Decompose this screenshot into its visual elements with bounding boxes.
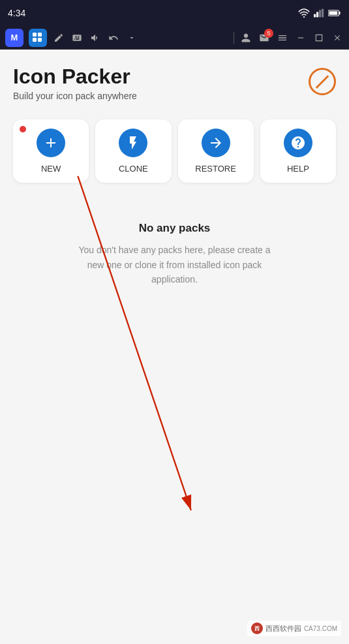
undo-icon[interactable] [107,31,120,44]
status-bar-left: 4:34 [8,8,25,18]
app-title: Icon Packer [13,65,137,88]
watermark-url: CA73.COM [304,625,337,632]
no-sign-icon[interactable] [309,68,336,95]
title-group: Icon Packer Build your icon pack anywher… [13,65,137,101]
watermark: 西 西西软件园 CA73.COM [247,621,341,636]
dropdown-icon[interactable] [125,31,138,44]
watermark-text: 西西软件园 [266,624,301,634]
taskbar-left: M [5,29,138,47]
restore-label: RESTORE [195,164,236,174]
menu-icon[interactable] [276,31,289,44]
empty-state: No any packs You don't have any packs he… [13,209,336,299]
action-card-new[interactable]: NEW [13,119,89,183]
app-m-icon[interactable]: M [5,29,23,47]
app-grid-icon[interactable] [29,29,47,47]
svg-point-0 [303,16,305,18]
no-sign-inner [316,75,329,89]
action-card-clone[interactable]: CLONE [95,119,171,183]
wifi-icon [298,8,310,18]
signal-icon [314,8,324,18]
clone-label: CLONE [119,164,148,174]
empty-title: No any packs [26,222,323,235]
divider [234,32,234,44]
keyboard-icon[interactable] [70,31,83,44]
svg-rect-6 [339,12,340,14]
svg-rect-10 [33,38,37,42]
battery-icon [328,9,341,17]
svg-rect-11 [38,38,42,42]
watermark-circle: 西 [251,622,263,634]
svg-rect-8 [33,33,37,37]
new-icon [37,129,65,157]
help-label: HELP [287,164,309,174]
watermark-logo: 西 西西软件园 CA73.COM [251,622,337,634]
red-dot-indicator [20,126,26,132]
empty-description: You don't have any packs here, please cr… [70,243,279,286]
svg-rect-3 [319,10,321,17]
app-content: Icon Packer Build your icon pack anywher… [0,50,349,644]
person-icon[interactable] [239,31,252,44]
restore-icon [202,129,230,157]
action-card-restore[interactable]: RESTORE [178,119,254,183]
svg-rect-9 [38,33,42,37]
app-m-label: M [11,33,18,42]
status-bar-right [298,8,341,18]
minimize-icon[interactable] [294,31,307,44]
new-label: NEW [41,164,61,174]
svg-rect-1 [314,14,316,18]
action-buttons: NEWCLONERESTOREHELP [13,119,336,183]
help-icon [284,129,312,157]
svg-rect-4 [322,9,324,18]
speaker-icon[interactable] [89,31,102,44]
status-bar: 4:34 [0,0,349,26]
action-card-help[interactable]: HELP [260,119,336,183]
grid-icon-svg [33,33,43,43]
pen-icon[interactable] [52,31,65,44]
app-header: Icon Packer Build your icon pack anywher… [13,65,336,101]
maximize-icon[interactable] [312,31,326,44]
time-display: 4:34 [8,8,25,18]
close-icon[interactable] [331,31,344,44]
taskbar: M [0,26,349,50]
app-subtitle: Build your icon pack anywhere [13,91,137,101]
svg-rect-2 [316,12,318,17]
taskbar-right: 5 [234,31,344,44]
email-icon[interactable]: 5 [258,31,271,44]
clone-icon [119,129,147,157]
svg-rect-7 [329,11,337,15]
notification-badge: 5 [264,29,273,38]
